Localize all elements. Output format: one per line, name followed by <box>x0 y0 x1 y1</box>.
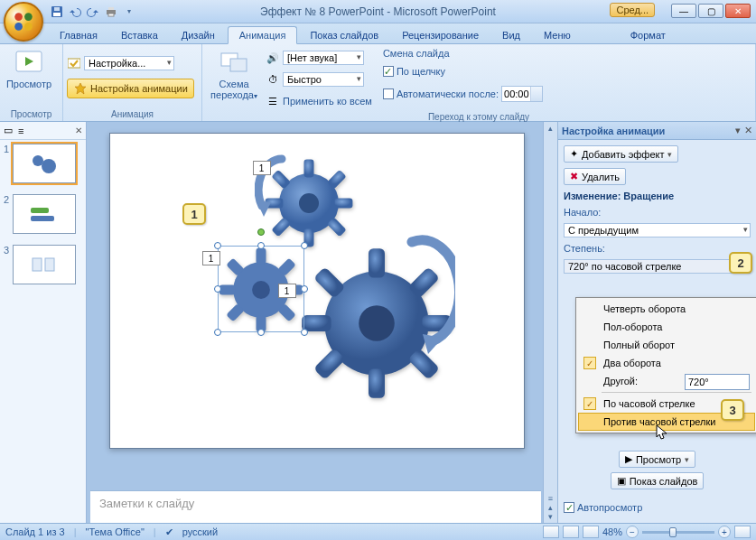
save-icon[interactable] <box>49 4 65 20</box>
change-header: Изменение: Вращение <box>564 191 751 201</box>
slide-canvas[interactable]: 1 1 1 <box>109 133 525 449</box>
on-click-checkbox[interactable]: ✓ <box>383 66 394 77</box>
svg-point-51 <box>359 305 395 341</box>
start-label: Начало: <box>564 207 751 218</box>
svg-rect-20 <box>33 258 42 271</box>
tab-review[interactable]: Рецензирование <box>391 27 490 43</box>
pane-title: Настройка анимации <box>562 126 665 136</box>
amount-label: Степень: <box>564 243 751 254</box>
outline-tab-icon[interactable]: ▭ <box>4 125 13 136</box>
popup-other[interactable]: Другой: <box>578 372 755 390</box>
slide-thumbnails-pane: ▭ ≡ ✕ 1 2 3 <box>0 122 87 523</box>
callout-2: 2 <box>729 252 752 274</box>
play-button[interactable]: ▶ Просмотр <box>619 451 695 468</box>
start-dropdown[interactable]: С предыдущим <box>564 223 751 237</box>
svg-point-3 <box>24 23 33 31</box>
animate-dropdown[interactable]: Настройка... <box>84 56 174 70</box>
popup-quarter[interactable]: Четверть оборота <box>578 300 755 318</box>
title-bar: ▾ Эффект № 8 PowerPoint - Microsoft Powe… <box>0 0 756 23</box>
qat-more-icon[interactable]: ▾ <box>121 4 137 20</box>
workspace: ▭ ≡ ✕ 1 2 3 <box>0 122 756 523</box>
sound-dropdown[interactable]: [Нет звука] <box>283 51 364 65</box>
speed-dropdown[interactable]: Быстро <box>283 72 364 87</box>
editor-scrollbar[interactable]: ▴ ≡▴▾ <box>543 122 557 523</box>
svg-rect-12 <box>68 59 80 68</box>
tab-home[interactable]: Главная <box>49 27 108 43</box>
sorter-view-button[interactable] <box>563 526 579 538</box>
zoom-in-button[interactable]: + <box>718 526 731 538</box>
autopreview-label: Автопросмотр <box>577 502 642 513</box>
remove-button[interactable]: ✖Удалить <box>564 168 626 185</box>
custom-animation-button[interactable]: Настройка анимации <box>67 79 194 98</box>
slide-thumb-2[interactable] <box>13 194 76 234</box>
office-button[interactable] <box>4 2 43 42</box>
amount-dropdown[interactable]: 720° по часовой стрелке <box>564 259 751 274</box>
tab-insert[interactable]: Вставка <box>110 27 169 43</box>
addin-button[interactable]: Сред... <box>610 3 655 17</box>
undo-icon[interactable] <box>67 4 83 20</box>
tab-design[interactable]: Дизайн <box>171 27 226 43</box>
slide-thumb-3[interactable] <box>13 245 76 284</box>
slide-thumb-1[interactable] <box>13 144 76 183</box>
autopreview-checkbox[interactable]: ✓ <box>564 502 574 513</box>
status-language[interactable]: русский <box>182 526 218 537</box>
pane-dropdown-icon[interactable]: ▾ <box>735 125 741 136</box>
app-title: Эффект № 8 PowerPoint - Microsoft PowerP… <box>260 5 496 18</box>
scheme-label: Схема перехода <box>210 79 254 100</box>
fit-button[interactable] <box>734 526 751 538</box>
pane-close-icon[interactable]: ✕ <box>744 125 752 136</box>
zoom-value[interactable]: 48% <box>602 526 622 537</box>
animate-icon <box>67 56 81 70</box>
normal-view-button[interactable] <box>543 526 559 538</box>
ribbon: Просмотр Просмотр Настройка... Настройка… <box>0 44 756 122</box>
svg-rect-43 <box>369 248 385 277</box>
tab-view[interactable]: Вид <box>491 27 531 43</box>
custom-degree-input[interactable] <box>685 374 750 390</box>
preview-icon <box>14 48 43 77</box>
add-effect-button[interactable]: ✦Добавить эффект <box>564 145 678 163</box>
svg-rect-18 <box>31 208 49 213</box>
auto-after-checkbox[interactable] <box>383 88 394 99</box>
anim-tag-2[interactable]: 1 <box>202 251 220 265</box>
popup-full[interactable]: Полный оборот <box>578 336 755 354</box>
maximize-button[interactable]: ▢ <box>698 4 723 18</box>
minimize-button[interactable]: — <box>671 4 696 18</box>
notes-pane[interactable]: Заметки к слайду <box>90 490 541 523</box>
slides-tab-icon[interactable]: ≡ <box>18 126 23 136</box>
transition-header: Смена слайда <box>383 48 543 59</box>
redo-icon[interactable] <box>85 4 101 20</box>
tab-menu[interactable]: Меню <box>533 27 582 43</box>
auto-after-time[interactable]: 00:00 <box>501 86 543 102</box>
slideshow-button[interactable]: ▣ Показ слайдов <box>611 472 705 489</box>
svg-rect-19 <box>31 216 54 221</box>
cursor-icon <box>656 424 668 441</box>
preview-button[interactable]: Просмотр <box>4 46 54 89</box>
zoom-out-button[interactable]: − <box>626 526 639 538</box>
svg-rect-21 <box>45 258 54 271</box>
auto-after-label: Автоматически после: <box>397 88 499 99</box>
svg-point-16 <box>33 155 43 166</box>
tab-slideshow[interactable]: Показ слайдов <box>299 27 389 43</box>
zoom-slider[interactable] <box>642 531 714 534</box>
svg-point-31 <box>299 193 319 213</box>
custom-anim-label: Настройка анимации <box>90 83 188 94</box>
slide-editor: 1 1 1 1 Заметки к слайду ▴ ≡▴▾ <box>87 122 557 523</box>
popup-two[interactable]: ✓Два оборота <box>578 354 755 372</box>
tab-animations[interactable]: Анимация <box>228 26 298 44</box>
apply-all-button[interactable]: ☰Применить ко всем <box>266 91 372 111</box>
popup-half[interactable]: Пол-оборота <box>578 318 755 336</box>
rotate-handle[interactable] <box>257 228 265 236</box>
group-preview-label: Просмотр <box>4 108 59 121</box>
preview-label: Просмотр <box>6 79 51 89</box>
close-button[interactable]: ✕ <box>725 4 751 18</box>
svg-point-17 <box>42 159 56 173</box>
slideshow-view-button[interactable] <box>583 526 599 538</box>
check-icon: ✓ <box>583 357 596 369</box>
print-icon[interactable] <box>103 4 119 20</box>
spellcheck-icon[interactable]: ✔ <box>165 526 173 538</box>
anim-tag-1[interactable]: 1 <box>253 161 271 175</box>
anim-tag-3[interactable]: 1 <box>278 284 296 298</box>
transition-scheme-button[interactable]: Схема перехода▾ <box>206 46 262 100</box>
close-thumbs-icon[interactable]: ✕ <box>75 126 82 135</box>
tab-format[interactable]: Формат <box>620 27 677 43</box>
